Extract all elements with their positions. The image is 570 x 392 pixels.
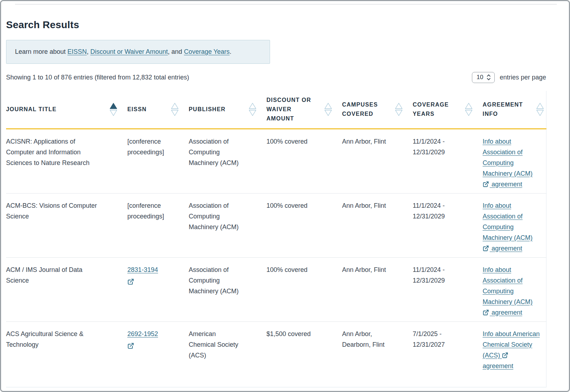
banner-text: ,	[87, 48, 88, 55]
eissn-cell: [conference proceedings]	[127, 136, 189, 158]
journal-title-cell: ACM-BCS: Visions of Computer Science	[6, 200, 127, 222]
discount-cell: 100% covered	[266, 200, 342, 211]
external-link-icon	[127, 278, 134, 285]
campuses-cell: Ann Arbor, Flint	[342, 200, 413, 211]
table-row: ACS Agricultural Science & Technology 26…	[6, 321, 546, 387]
banner-text: .	[230, 48, 231, 55]
sort-up-down-icon	[536, 103, 544, 116]
discount-cell: 100% covered	[266, 136, 342, 147]
banner-text: Learn more about	[15, 48, 66, 55]
table-row: ACM-BCS: Visions of Computer Science [co…	[6, 193, 546, 257]
eissn-link[interactable]: 2692-1952	[127, 329, 158, 351]
column-label: PUBLISHER	[189, 105, 225, 114]
eissn-info-link[interactable]: EISSN	[67, 48, 87, 55]
external-link-icon	[483, 245, 489, 252]
column-header-campuses[interactable]: CAMPUSES COVERED	[342, 91, 413, 129]
journal-title-cell: ACM / IMS Journal of Data Science	[6, 264, 127, 286]
eissn-cell: [conference proceedings]	[127, 200, 189, 222]
info-banner: Learn more about EISSN, Discount or Waiv…	[6, 40, 270, 64]
sort-up-down-icon	[395, 103, 403, 116]
campuses-cell: Ann Arbor, Flint	[342, 264, 413, 275]
campuses-cell: Ann Arbor, Flint	[342, 136, 413, 147]
sort-up-down-icon	[324, 103, 332, 116]
publisher-cell: Association of Computing Machinery (ACM)	[189, 136, 266, 168]
sort-up-down-icon	[465, 103, 473, 116]
discount-cell: $1,500 covered	[266, 329, 342, 339]
publisher-cell: American Chemical Society (ACS)	[189, 329, 266, 361]
entries-per-page-select[interactable]: 10	[472, 72, 495, 83]
column-label: EISSN	[127, 105, 147, 114]
per-page-control: 10 entries per page	[472, 72, 546, 83]
table-row: ACISNR: Applications of Computer and Inf…	[6, 129, 546, 193]
table-header-row: JOURNAL TITLE EISSN	[6, 91, 546, 129]
search-results-table: JOURNAL TITLE EISSN	[6, 91, 546, 387]
page-title: Search Results	[6, 19, 546, 31]
column-header-discount[interactable]: DISCOUNT OR WAIVER AMOUNT	[266, 91, 342, 129]
sort-up-down-icon	[171, 103, 179, 116]
column-header-coverage-years[interactable]: COVERAGE YEARS	[413, 91, 483, 129]
sort-ascending-icon	[110, 103, 117, 116]
publisher-cell: Association of Computing Machinery (ACM)	[189, 264, 266, 296]
discount-cell: 100% covered	[266, 264, 342, 275]
discount-info-link[interactable]: Discount or Waiver Amount	[90, 48, 168, 55]
coverage-years-cell: 11/1/2024 - 12/31/2029	[413, 264, 483, 286]
table-row: ACM / IMS Journal of Data Science 2831-3…	[6, 257, 546, 321]
coverage-years-info-link[interactable]: Coverage Years	[184, 48, 230, 55]
column-header-agreement-info[interactable]: AGREEMENT INFO	[483, 91, 546, 129]
banner-text: , and	[168, 48, 182, 55]
results-summary: Showing 1 to 10 of 876 entries (filtered…	[6, 74, 189, 81]
agreement-info-link[interactable]: Info about Association of Computing Mach…	[483, 266, 533, 316]
column-header-publisher[interactable]: PUBLISHER	[189, 91, 266, 129]
journal-title-cell: ACS Agricultural Science & Technology	[6, 329, 127, 350]
external-link-icon	[483, 181, 489, 187]
external-link-icon	[502, 352, 508, 359]
external-link-icon	[483, 309, 489, 316]
column-label: COVERAGE YEARS	[413, 100, 458, 119]
publisher-cell: Association of Computing Machinery (ACM)	[189, 200, 266, 232]
agreement-info-link[interactable]: Info about Association of Computing Mach…	[483, 138, 533, 188]
column-label: AGREEMENT INFO	[483, 100, 528, 119]
search-results-panel: Search Results Learn more about EISSN, D…	[6, 0, 546, 387]
external-link-icon	[127, 342, 134, 349]
column-header-journal-title[interactable]: JOURNAL TITLE	[6, 91, 127, 129]
agreement-info-link[interactable]: Info about Association of Computing Mach…	[483, 202, 533, 252]
campuses-cell: Ann Arbor, Dearborn, Flint	[342, 329, 413, 350]
coverage-years-cell: 7/1/2025 - 12/31/2027	[413, 329, 483, 350]
column-header-eissn[interactable]: EISSN	[127, 91, 189, 129]
coverage-years-cell: 11/1/2024 - 12/31/2029	[413, 136, 483, 158]
entries-per-page-value: 10	[477, 74, 483, 81]
journal-title-cell: ACISNR: Applications of Computer and Inf…	[6, 136, 127, 168]
sort-up-down-icon	[249, 103, 256, 116]
column-label: CAMPUSES COVERED	[342, 100, 388, 119]
column-label: DISCOUNT OR WAIVER AMOUNT	[266, 96, 312, 123]
column-label: JOURNAL TITLE	[6, 105, 57, 114]
agreement-info-link[interactable]: Info about American Chemical Society (AC…	[483, 330, 540, 370]
eissn-link[interactable]: 2831-3194	[127, 264, 158, 287]
up-down-chevrons-icon	[487, 74, 491, 81]
coverage-years-cell: 11/1/2024 - 12/31/2029	[413, 200, 483, 222]
entries-per-page-label: entries per page	[500, 74, 546, 81]
